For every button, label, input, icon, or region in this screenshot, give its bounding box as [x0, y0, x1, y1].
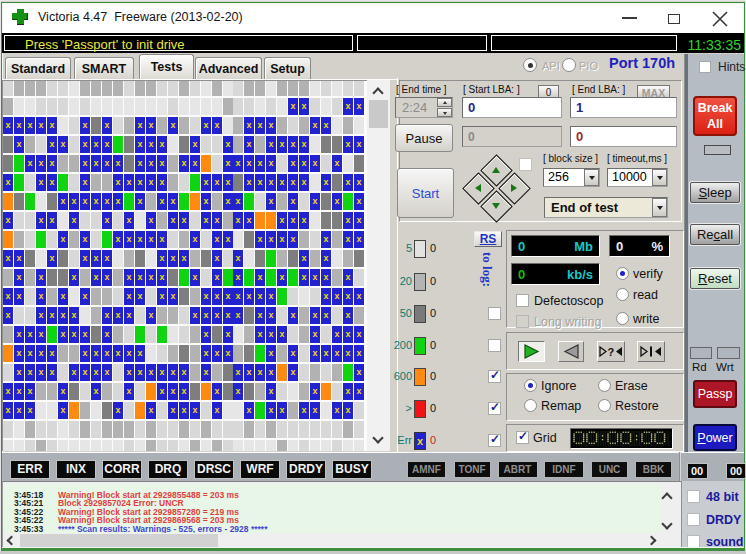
svg-text:?: ? [608, 346, 615, 358]
